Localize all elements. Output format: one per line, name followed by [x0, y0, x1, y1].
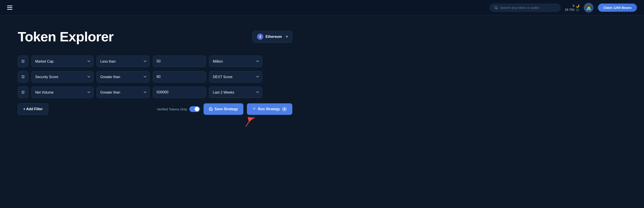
page-header: Token Explorer ⟠ Ethereum ▾ — [18, 29, 292, 44]
bean-icon: 🌙 — [576, 4, 579, 7]
verified-toggle-container: Verified Tokens Only — [157, 106, 200, 112]
actions-right: Verified Tokens Only Save Strategy Run S… — [157, 103, 292, 115]
filter-1-value-input[interactable] — [153, 55, 206, 67]
chevron-down-icon: ▾ — [286, 34, 288, 39]
add-filter-button[interactable]: + Add Filter — [18, 103, 48, 115]
run-count-badge: 3 — [282, 107, 287, 111]
filter-icon — [252, 107, 256, 111]
filter-3-value-input[interactable] — [153, 86, 206, 98]
bottom-actions: + Add Filter Verified Tokens Only Save S… — [18, 103, 292, 115]
header-left — [7, 5, 12, 10]
search-icon — [494, 6, 498, 10]
ethereum-icon: ⟠ — [257, 34, 263, 40]
filter-2-value-input[interactable] — [153, 71, 206, 83]
trash-icon — [21, 90, 25, 94]
verified-label: Verified Tokens Only — [157, 107, 187, 111]
coin-icon: 🌑 — [576, 8, 579, 11]
run-strategy-button[interactable]: Run Strategy 3 — [247, 103, 292, 115]
arrow-indicator — [18, 117, 292, 128]
save-strategy-label: Save Strategy — [214, 107, 238, 111]
header: 9 🌙 29 750 🌑 🧑‍💻 Claim 1250 Beans — [0, 0, 644, 15]
stats-container: 9 🌙 29 750 🌑 — [565, 4, 580, 11]
header-right: 9 🌙 29 750 🌑 🧑‍💻 Claim 1250 Beans — [490, 3, 637, 13]
run-strategy-label: Run Strategy — [258, 107, 280, 111]
search-input[interactable] — [500, 6, 556, 9]
filter-1-condition-select[interactable]: Less than Greater than Equal to Between — [96, 55, 150, 67]
trash-icon — [21, 59, 25, 63]
filter-2-unit-select[interactable]: DEXT Score — [209, 71, 262, 83]
filter-3-condition-select[interactable]: Less than Greater than Equal to Between — [96, 86, 150, 98]
filters-container: Market Cap Security Score Net Volume Pri… — [18, 55, 292, 98]
filter-3-field-select[interactable]: Market Cap Security Score Net Volume Pri… — [32, 86, 94, 98]
coins-count: 29 750 — [565, 8, 574, 11]
filter-row-2: Market Cap Security Score Net Volume Pri… — [18, 71, 292, 83]
trash-icon — [21, 75, 25, 79]
filter-2-field-select[interactable]: Market Cap Security Score Net Volume Pri… — [32, 71, 94, 83]
network-label: Ethereum — [266, 35, 282, 39]
filter-row-1: Market Cap Security Score Net Volume Pri… — [18, 55, 292, 67]
save-strategy-button[interactable]: Save Strategy — [204, 103, 244, 115]
network-selector[interactable]: ⟠ Ethereum ▾ — [252, 31, 292, 43]
arrow-svg — [244, 117, 257, 128]
filter-2-condition-select[interactable]: Less than Greater than Equal to Between — [96, 71, 150, 83]
delete-filter-3-button[interactable] — [18, 86, 28, 98]
filter-1-unit-select[interactable]: Million Billion Thousand — [209, 55, 262, 67]
svg-line-1 — [497, 8, 498, 9]
main-content: Token Explorer ⟠ Ethereum ▾ Market Cap S… — [0, 15, 310, 141]
filter-1-field-select[interactable]: Market Cap Security Score Net Volume Pri… — [32, 55, 94, 67]
claim-button[interactable]: Claim 1250 Beans — [598, 3, 637, 12]
search-bar[interactable] — [490, 4, 560, 12]
save-icon — [209, 107, 213, 111]
coins-stat: 29 750 🌑 — [565, 8, 580, 11]
beans-count: 9 — [573, 4, 574, 7]
page-title: Token Explorer — [18, 29, 114, 44]
filter-row-3: Market Cap Security Score Net Volume Pri… — [18, 86, 292, 98]
verified-toggle[interactable] — [189, 106, 200, 112]
filter-3-unit-select[interactable]: Last 2 Weeks Last 1 Week Last 1 Month — [209, 86, 262, 98]
menu-button[interactable] — [7, 5, 12, 10]
delete-filter-1-button[interactable] — [18, 55, 28, 67]
delete-filter-2-button[interactable] — [18, 71, 28, 83]
avatar[interactable]: 🧑‍💻 — [584, 3, 594, 13]
beans-stat: 9 🌙 — [573, 4, 580, 7]
